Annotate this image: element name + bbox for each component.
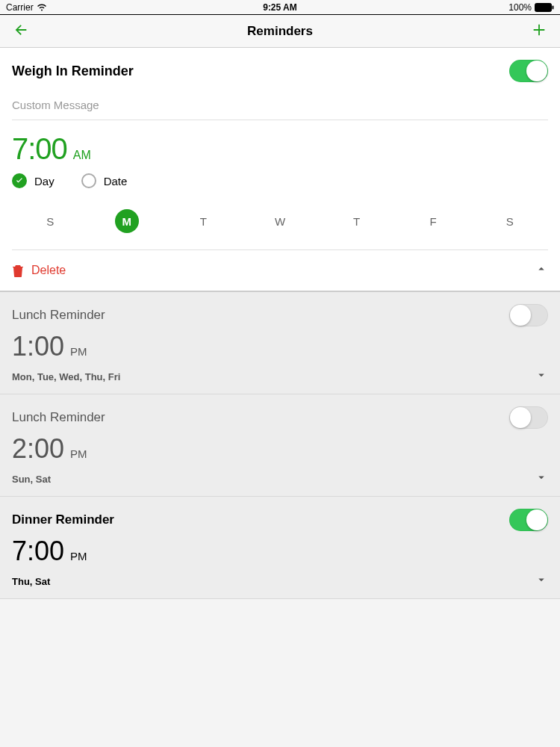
reminder-time: 1:00PM (12, 331, 548, 362)
chevron-up-icon (535, 265, 548, 278)
mode-date-label: Date (104, 175, 128, 187)
add-button[interactable] (530, 22, 548, 40)
collapse-button[interactable] (535, 262, 548, 279)
back-button[interactable] (12, 22, 30, 40)
day-chip[interactable]: F (421, 209, 445, 233)
expand-button[interactable] (535, 368, 548, 385)
day-chip[interactable]: S (38, 209, 62, 233)
reminder-days: Thu, Sat (12, 576, 50, 587)
statusbar-time: 9:25 AM (0, 2, 560, 13)
expand-button[interactable] (535, 471, 548, 487)
reminder-toggle[interactable] (509, 60, 548, 82)
day-selector: SMTWTFS (12, 199, 548, 250)
reminder-name: Dinner Reminder (12, 512, 114, 527)
reminder-toggle[interactable] (509, 304, 548, 326)
chevron-down-icon (535, 474, 548, 486)
day-chip[interactable]: S (498, 209, 522, 233)
trash-icon (12, 264, 24, 277)
reminder-time[interactable]: 7:00 AM (12, 132, 548, 166)
reminder-item: Lunch Reminder1:00PMMon, Tue, Wed, Thu, … (0, 292, 560, 394)
radio-checked-icon (12, 173, 27, 188)
time-ampm: PM (70, 345, 87, 358)
time-value: 1:00 (12, 331, 64, 362)
delete-label: Delete (31, 264, 66, 277)
day-chip[interactable]: T (345, 209, 369, 233)
custom-message-input[interactable] (12, 99, 548, 111)
reminder-toggle[interactable] (509, 406, 548, 429)
chevron-down-icon (535, 576, 548, 589)
day-chip[interactable]: M (115, 209, 139, 233)
mode-day-option[interactable]: Day (12, 173, 55, 188)
reminder-name: Lunch Reminder (12, 410, 105, 425)
reminder-item: Lunch Reminder2:00PMSun, Sat (0, 394, 560, 497)
chevron-down-icon (535, 371, 548, 384)
status-bar: Carrier 9:25 AM 100% (0, 0, 560, 15)
plus-icon (531, 22, 547, 41)
expand-button[interactable] (535, 573, 548, 589)
nav-bar: Reminders (0, 15, 560, 48)
time-ampm: AM (73, 149, 91, 162)
reminder-days: Mon, Tue, Wed, Thu, Fri (12, 371, 120, 382)
custom-message-field[interactable] (12, 99, 548, 120)
reminder-item: Dinner Reminder7:00PMThu, Sat (0, 497, 560, 599)
reminder-expanded: Weigh In Reminder 7:00 AM Day Date SMTWT… (0, 48, 560, 292)
reminder-toggle[interactable] (509, 509, 548, 531)
arrow-left-icon (13, 22, 29, 41)
reminder-time: 2:00PM (12, 433, 548, 465)
reminder-name: Lunch Reminder (12, 308, 105, 323)
reminder-time: 7:00PM (12, 536, 548, 567)
mode-date-option[interactable]: Date (81, 173, 128, 188)
day-chip[interactable]: W (268, 209, 292, 233)
time-value: 7:00 (12, 536, 64, 567)
delete-button[interactable]: Delete (12, 264, 66, 277)
time-value: 7:00 (12, 132, 67, 166)
reminder-name: Weigh In Reminder (12, 63, 134, 79)
time-ampm: PM (70, 447, 87, 460)
radio-unchecked-icon (81, 173, 96, 188)
reminder-days: Sun, Sat (12, 474, 51, 485)
time-ampm: PM (70, 550, 87, 562)
page-title: Reminders (0, 24, 560, 39)
mode-day-label: Day (34, 175, 55, 187)
day-chip[interactable]: T (191, 209, 215, 233)
time-value: 2:00 (12, 433, 64, 465)
reminder-list: Lunch Reminder1:00PMMon, Tue, Wed, Thu, … (0, 292, 560, 599)
